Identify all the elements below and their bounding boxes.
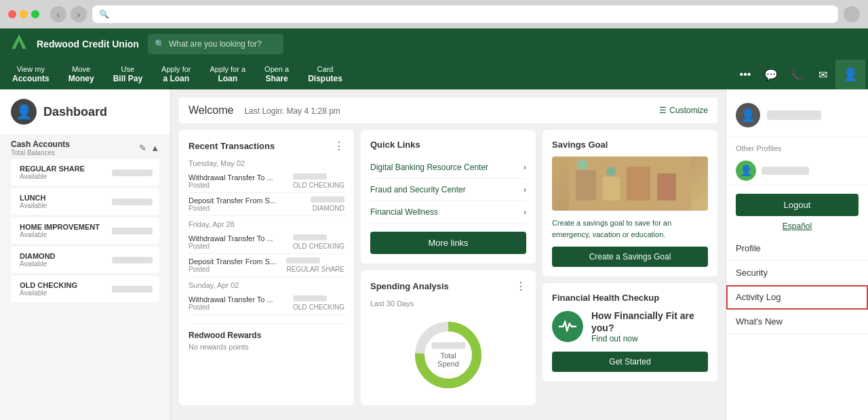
maximize-dot[interactable] xyxy=(31,10,39,18)
table-row: Deposit Transfer From S... Posted REGULA… xyxy=(189,254,344,277)
main-navigation: View my Accounts Move Money Use Bill Pay… xyxy=(0,60,868,89)
quick-link-digital-banking[interactable]: Digital Banking Resource Center › xyxy=(370,156,526,179)
nav-card-disputes[interactable]: Card Disputes xyxy=(298,60,352,89)
accounts-section: Cash Accounts Total Balances ✎ ▲ REGULAR… xyxy=(0,134,170,310)
close-dot[interactable] xyxy=(8,10,16,18)
search-icon: 🔍 xyxy=(155,39,165,49)
panel-link-label: Security xyxy=(736,268,768,278)
account-available: Available xyxy=(20,260,56,268)
quick-link-fraud-security[interactable]: Fraud and Security Center › xyxy=(370,179,526,201)
espanol-link[interactable]: Español xyxy=(726,219,868,236)
total-spend-label: Total Spend xyxy=(430,352,467,368)
nav-move-money-top: Move xyxy=(72,64,90,74)
nav-card-disputes-top: Card xyxy=(317,64,334,74)
quick-link-label: Fraud and Security Center xyxy=(370,185,466,194)
nav-apply-loan-2-top: Apply for a xyxy=(210,64,245,74)
panel-link-whats-new[interactable]: What's New xyxy=(726,310,868,334)
table-row: Withdrawal Transfer To ... Posted OLD CH… xyxy=(189,292,344,315)
rewards-text: No rewards points xyxy=(189,343,344,351)
health-text: How Financially Fit are you? Find out no… xyxy=(591,310,708,343)
avatar: 👤 xyxy=(11,99,37,125)
account-diamond[interactable]: DIAMOND Available xyxy=(11,247,159,273)
account-name: DIAMOND xyxy=(20,252,56,260)
more-links-button[interactable]: More links xyxy=(370,232,526,254)
minimize-dot[interactable] xyxy=(20,10,28,18)
edit-accounts-button[interactable]: ✎ xyxy=(139,143,146,153)
transaction-amount xyxy=(293,295,327,301)
spending-menu-button[interactable]: ⋮ xyxy=(515,280,526,293)
card-title: Financial Health Checkup xyxy=(552,293,659,303)
nav-bill-pay[interactable]: Use Bill Pay xyxy=(104,60,152,89)
panel-link-profile[interactable]: Profile xyxy=(726,236,868,261)
phone-icon-button[interactable]: 📞 xyxy=(784,60,810,89)
forward-button[interactable]: › xyxy=(71,6,87,22)
search-icon: 🔍 xyxy=(99,9,109,19)
more-nav-button[interactable]: ••• xyxy=(732,60,758,89)
nav-apply-loan-1-bold: a Loan xyxy=(163,74,189,85)
get-started-button[interactable]: Get Started xyxy=(552,352,708,372)
card-menu-button[interactable]: ⋮ xyxy=(334,140,344,152)
nav-bill-pay-top: Use xyxy=(121,64,135,74)
nav-card-disputes-bold: Disputes xyxy=(308,74,342,85)
nav-view-accounts[interactable]: View my Accounts xyxy=(3,60,59,89)
svg-point-10 xyxy=(606,167,616,176)
account-balance xyxy=(112,169,153,176)
health-find-out-link[interactable]: Find out now xyxy=(591,334,708,343)
collapse-accounts-button[interactable]: ▲ xyxy=(151,143,159,153)
nav-apply-loan-2-bold: Loan xyxy=(218,74,237,85)
quick-link-financial-wellness[interactable]: Financial Wellness › xyxy=(370,201,526,224)
transaction-amount xyxy=(293,173,327,180)
nav-apply-loan-1[interactable]: Apply for a Loan xyxy=(152,60,200,89)
transaction-status: Posted xyxy=(189,266,276,273)
account-name: OLD CHECKING xyxy=(20,281,77,289)
chat-icon-button[interactable]: 💬 xyxy=(758,60,784,89)
nav-open-share-top: Open a xyxy=(264,64,289,74)
nav-view-accounts-bold: Accounts xyxy=(12,74,50,85)
transaction-name: Withdrawal Transfer To ... xyxy=(189,173,273,182)
account-available: Available xyxy=(20,231,100,238)
savings-illustration xyxy=(569,156,691,211)
account-old-checking[interactable]: OLD CHECKING Available xyxy=(11,276,159,302)
transaction-status: Posted xyxy=(189,205,276,212)
app-container: Redwood Credit Union 🔍 What are you look… xyxy=(0,28,868,420)
panel-link-label: What's New xyxy=(736,316,783,327)
sliders-icon: ☰ xyxy=(659,106,667,115)
user-profile-button[interactable]: 👤 xyxy=(835,60,865,89)
customize-button[interactable]: ☰ Customize xyxy=(659,106,708,115)
search-bar[interactable]: 🔍 What are you looking for? xyxy=(148,34,283,54)
mail-icon-button[interactable]: ✉ xyxy=(810,60,835,89)
back-button[interactable]: ‹ xyxy=(50,6,66,22)
sidebar-header: 👤 Dashboard xyxy=(0,89,170,134)
card-header: Financial Health Checkup xyxy=(552,293,708,303)
account-regular-share[interactable]: REGULAR SHARE Available xyxy=(11,159,159,186)
card-title: Quick Links xyxy=(370,140,420,150)
savings-description-start: Create a savings goal to save for an xyxy=(552,219,671,227)
nav-open-share[interactable]: Open a Share xyxy=(255,60,298,89)
nav-move-money[interactable]: Move Money xyxy=(59,60,104,89)
transaction-amount xyxy=(286,257,320,264)
account-balance xyxy=(112,228,153,234)
panel-link-security[interactable]: Security xyxy=(726,261,868,285)
donut-amount xyxy=(431,342,465,349)
logout-button[interactable]: Logout xyxy=(736,194,859,216)
nav-move-money-bold: Money xyxy=(68,74,94,85)
account-home-improvement[interactable]: HOME IMPROVEMENT Available xyxy=(11,217,159,244)
transaction-status: Posted xyxy=(189,303,273,311)
accounts-label: Cash Accounts xyxy=(11,140,70,149)
other-profile-name-blur xyxy=(762,167,809,175)
chevron-right-icon: › xyxy=(524,185,526,194)
nav-apply-loan-2[interactable]: Apply for a Loan xyxy=(200,60,255,89)
create-savings-goal-button[interactable]: Create a Savings Goal xyxy=(552,247,708,267)
transaction-account: DIAMOND xyxy=(311,205,344,212)
other-profile-item[interactable]: 👤 xyxy=(726,156,868,186)
quick-link-label: Digital Banking Resource Center xyxy=(370,163,488,172)
address-bar[interactable]: 🔍 xyxy=(92,5,838,23)
sidebar-title: Dashboard xyxy=(43,105,107,119)
panel-link-label: Profile xyxy=(736,243,761,253)
account-available: Available xyxy=(20,289,77,297)
accounts-header: Cash Accounts Total Balances ✎ ▲ xyxy=(11,140,159,156)
account-lunch[interactable]: LUNCH Available xyxy=(11,188,159,215)
health-icon xyxy=(552,311,583,342)
transaction-name: Deposit Transfer From S... xyxy=(189,257,276,266)
panel-link-activity-log[interactable]: Activity Log xyxy=(726,285,868,310)
